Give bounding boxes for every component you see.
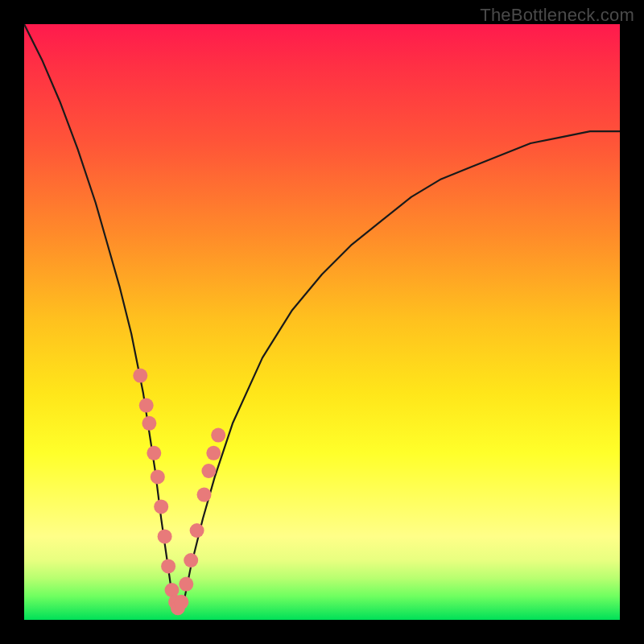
- sample-point: [211, 428, 225, 443]
- sample-point-markers: [133, 369, 225, 616]
- sample-point: [154, 499, 168, 514]
- sample-point: [142, 416, 156, 431]
- outer-frame: TheBottleneck.com: [0, 0, 644, 644]
- plot-area: [24, 24, 620, 620]
- sample-point: [197, 488, 212, 502]
- sample-point: [158, 529, 172, 543]
- sample-point: [179, 577, 193, 592]
- sample-point: [206, 446, 221, 460]
- bottleneck-curve: [24, 24, 620, 608]
- sample-point: [147, 446, 161, 460]
- sample-point: [151, 469, 165, 484]
- sample-point: [190, 523, 204, 538]
- chart-svg: [24, 24, 620, 620]
- sample-point: [161, 559, 175, 573]
- sample-point: [201, 464, 216, 478]
- watermark-text: TheBottleneck.com: [480, 5, 634, 26]
- sample-point: [184, 553, 198, 568]
- sample-point: [139, 398, 154, 413]
- sample-point: [174, 595, 188, 609]
- sample-point: [133, 369, 147, 383]
